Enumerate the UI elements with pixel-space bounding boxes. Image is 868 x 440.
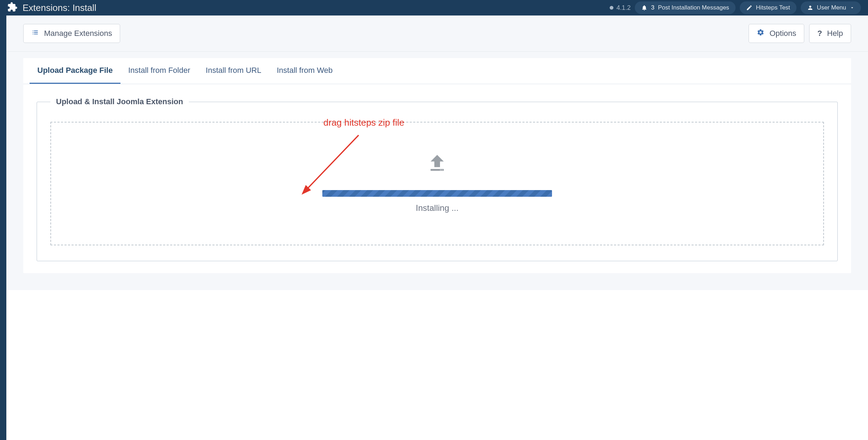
puzzle-icon xyxy=(7,2,18,14)
tabs-card: Upload Package File Install from Folder … xyxy=(23,58,851,273)
upload-fieldset: Upload & Install Joomla Extension Instal… xyxy=(37,102,838,261)
question-icon: ? xyxy=(817,29,822,38)
user-icon xyxy=(807,5,813,11)
tabs: Upload Package File Install from Folder … xyxy=(23,58,851,84)
user-menu-label: User Menu xyxy=(817,4,846,11)
svg-point-1 xyxy=(440,169,441,171)
svg-point-0 xyxy=(610,6,614,10)
options-label: Options xyxy=(769,29,796,38)
header-right: 4.1.2 3 Post Installation Messages Hitst… xyxy=(609,1,861,14)
header-bar: Extensions: Install 4.1.2 3 Post Install… xyxy=(0,0,868,15)
help-button[interactable]: ? Help xyxy=(809,24,851,43)
toolbar-left: Manage Extensions xyxy=(23,24,120,43)
notifications-label: Post Installation Messages xyxy=(658,4,729,11)
chevron-down-icon xyxy=(850,5,855,10)
toolbar: Manage Extensions Options ? Help xyxy=(6,15,868,52)
list-icon xyxy=(31,29,39,38)
notifications-button[interactable]: 3 Post Installation Messages xyxy=(635,1,736,14)
fieldset-legend: Upload & Install Joomla Extension xyxy=(50,97,189,106)
sidebar-edge xyxy=(0,15,6,290)
manage-extensions-button[interactable]: Manage Extensions xyxy=(23,24,120,43)
install-status: Installing ... xyxy=(416,203,458,213)
tab-install-folder[interactable]: Install from Folder xyxy=(120,58,198,84)
hitsteps-label: Hitsteps Test xyxy=(756,4,790,11)
header-left: Extensions: Install xyxy=(7,2,97,14)
bell-icon xyxy=(641,5,647,11)
tab-install-url[interactable]: Install from URL xyxy=(198,58,269,84)
edit-icon xyxy=(746,5,752,11)
content-area: Upload Package File Install from Folder … xyxy=(6,52,868,290)
upload-dropzone[interactable]: Installing ... xyxy=(50,122,824,245)
toolbar-right: Options ? Help xyxy=(749,24,851,43)
gear-icon xyxy=(757,29,764,38)
hitsteps-button[interactable]: Hitsteps Test xyxy=(740,1,796,14)
upload-icon xyxy=(426,152,448,176)
version-badge: 4.1.2 xyxy=(609,4,631,12)
options-button[interactable]: Options xyxy=(749,24,804,43)
user-menu-button[interactable]: User Menu xyxy=(801,1,861,14)
tab-content: Upload & Install Joomla Extension Instal… xyxy=(23,84,851,273)
tab-upload-package[interactable]: Upload Package File xyxy=(30,58,120,84)
body-wrap: Manage Extensions Options ? Help Upload … xyxy=(6,15,868,290)
joomla-icon xyxy=(609,5,614,11)
tab-install-web[interactable]: Install from Web xyxy=(269,58,341,84)
svg-point-2 xyxy=(441,169,443,171)
progress-bar xyxy=(322,190,552,197)
help-label: Help xyxy=(827,29,843,38)
notification-count: 3 xyxy=(651,4,654,11)
manage-label: Manage Extensions xyxy=(44,29,112,38)
page-title: Extensions: Install xyxy=(23,2,97,13)
